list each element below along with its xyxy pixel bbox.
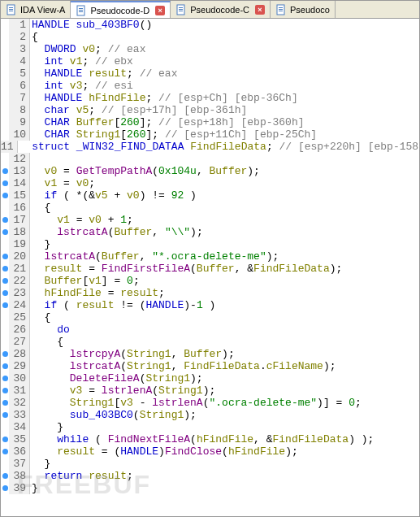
breakpoint-gutter[interactable] [1,299,9,311]
code-line[interactable]: 2{ [1,31,419,43]
code-line[interactable]: 13 v0 = GetTempPathA(0x104u, Buffer); [1,165,419,177]
code-line[interactable]: 38 return result; [1,470,419,482]
breakpoint-gutter[interactable] [1,202,9,214]
code-line[interactable]: 30 DeleteFileA(String1); [1,372,419,384]
breakpoint-gutter[interactable] [1,214,9,226]
breakpoint-gutter[interactable] [1,128,9,141]
code-line[interactable]: 6 int v3; // esi [1,80,419,92]
breakpoint-gutter[interactable] [1,263,9,275]
code-line[interactable]: 20 lstrcatA(Buffer, "*.ocra-delete-me"); [1,250,419,263]
code-line[interactable]: 23 hFindFile = result; [1,287,419,299]
code-line[interactable]: 10 CHAR String1[260]; // [esp+11Ch] [ebp… [1,128,419,141]
breakpoint-gutter[interactable] [1,238,9,250]
code-line[interactable]: 24 if ( result != (HANDLE)-1 ) [1,299,419,311]
code-line[interactable]: 31 v3 = lstrlenA(String1); [1,384,419,397]
code-line[interactable]: 27 { [1,336,419,348]
code-line[interactable]: 21 result = FindFirstFileA(Buffer, &Find… [1,263,419,275]
breakpoint-gutter[interactable] [1,336,9,348]
code-lines[interactable]: 1HANDLE sub_403BF0()2{3 DWORD v0; // eax… [1,19,419,516]
breakpoint-gutter[interactable] [1,458,9,470]
code-line[interactable]: 26 do [1,324,419,336]
code-line[interactable]: 37 } [1,458,419,470]
breakpoint-gutter[interactable] [1,445,9,458]
svg-rect-9 [179,7,183,8]
line-number: 7 [9,92,30,104]
code-line[interactable]: 12 [1,153,419,165]
line-number: 9 [9,116,30,128]
code-text: struct _WIN32_FIND_DATAA FindFileData; /… [18,141,419,153]
code-line[interactable]: 7 HANDLE hFindFile; // [esp+Ch] [ebp-36C… [1,92,419,104]
breakpoint-gutter[interactable] [1,92,9,104]
code-line[interactable]: 39} [1,482,419,494]
breakpoint-gutter[interactable] [1,409,9,421]
breakpoint-gutter[interactable] [1,421,9,433]
code-line[interactable]: 3 DWORD v0; // eax [1,43,419,55]
breakpoint-gutter[interactable] [1,360,9,372]
code-line[interactable]: 14 v1 = v0; [1,177,419,189]
code-line[interactable]: 25 { [1,311,419,324]
breakpoint-gutter[interactable] [1,324,9,336]
breakpoint-gutter[interactable] [1,177,9,189]
breakpoint-gutter[interactable] [1,226,9,238]
breakpoint-gutter[interactable] [1,189,9,202]
code-line[interactable]: 9 CHAR Buffer[260]; // [esp+18h] [ebp-36… [1,116,419,128]
code-line[interactable]: 19 } [1,238,419,250]
code-line[interactable]: 36 result = (HANDLE)FindClose(hFindFile)… [1,445,419,458]
code-line[interactable]: 5 HANDLE result; // eax [1,67,419,80]
code-line[interactable]: 35 while ( FindNextFileA(hFindFile, &Fin… [1,433,419,445]
tab-3[interactable]: Pseudoco [271,1,336,18]
close-icon[interactable]: × [255,5,265,15]
breakpoint-gutter[interactable] [1,165,9,177]
breakpoint-gutter[interactable] [1,80,9,92]
breakpoint-gutter[interactable] [1,397,9,409]
breakpoint-gutter[interactable] [1,43,9,55]
breakpoint-gutter[interactable] [1,384,9,397]
breakpoint-gutter[interactable] [1,482,9,494]
tab-0[interactable]: IDA View-A [1,1,71,18]
close-icon[interactable]: × [155,6,165,15]
code-text: v0 = GetTempPathA(0x104u, Buffer); [30,165,419,177]
line-number: 30 [9,372,30,384]
code-line[interactable]: 22 Buffer[v1] = 0; [1,275,419,287]
breakpoint-gutter[interactable] [1,153,9,165]
breakpoint-gutter[interactable] [1,311,9,324]
breakpoint-gutter[interactable] [1,250,9,263]
breakpoint-gutter[interactable] [1,116,9,128]
line-number: 21 [9,263,30,275]
breakpoint-gutter[interactable] [1,67,9,80]
line-number: 24 [9,299,30,311]
line-number: 31 [9,384,30,397]
breakpoint-gutter[interactable] [1,19,9,31]
breakpoint-gutter[interactable] [1,348,9,360]
code-line[interactable]: 28 lstrcpyA(String1, Buffer); [1,348,419,360]
code-line[interactable]: 1HANDLE sub_403BF0() [1,19,419,31]
code-text: { [30,202,419,214]
breakpoint-gutter[interactable] [1,55,9,67]
code-line[interactable]: 18 lstrcatA(Buffer, "\\"); [1,226,419,238]
code-line[interactable]: 8 char v5; // [esp+17h] [ebp-361h] [1,104,419,116]
code-line[interactable]: 33 sub_403BC0(String1); [1,409,419,421]
svg-rect-13 [279,7,283,8]
code-line[interactable]: 15 if ( *(&v5 + v0) != 92 ) [1,189,419,202]
code-line[interactable]: 32 String1[v3 - lstrlenA(".ocra-delete-m… [1,397,419,409]
line-number: 18 [9,226,30,238]
breakpoint-gutter[interactable] [1,433,9,445]
code-line[interactable]: 34 } [1,421,419,433]
code-text: Buffer[v1] = 0; [30,275,419,287]
tab-1[interactable]: Pseudocode-D× [71,1,171,18]
code-line[interactable]: 17 v1 = v0 + 1; [1,214,419,226]
code-line[interactable]: 29 lstrcatA(String1, FindFileData.cFileN… [1,360,419,372]
breakpoint-gutter[interactable] [1,372,9,384]
breakpoint-gutter[interactable] [1,104,9,116]
tab-2[interactable]: Pseudocode-C× [171,1,271,18]
breakpoint-gutter[interactable] [1,31,9,43]
code-editor: 1HANDLE sub_403BF0()2{3 DWORD v0; // eax… [1,19,419,516]
breakpoint-gutter[interactable] [1,470,9,482]
document-icon [175,4,187,15]
code-line[interactable]: 4 int v1; // ebx [1,55,419,67]
code-line[interactable]: 11 struct _WIN32_FIND_DATAA FindFileData… [1,141,419,153]
breakpoint-gutter[interactable] [1,287,9,299]
breakpoint-gutter[interactable] [1,275,9,287]
code-line[interactable]: 16 { [1,202,419,214]
code-text: } [30,482,419,494]
